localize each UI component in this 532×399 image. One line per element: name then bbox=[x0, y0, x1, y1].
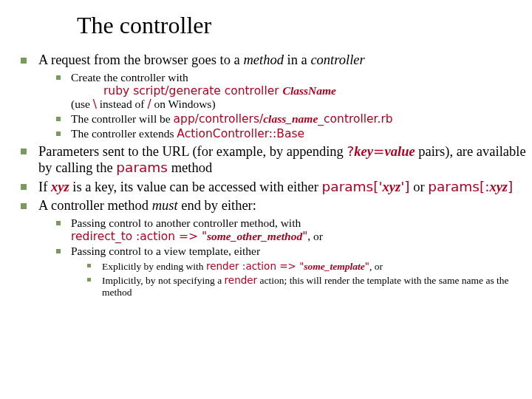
text: Passing control to another controller me… bbox=[71, 216, 301, 229]
text: Parameters sent to the URL (for example,… bbox=[38, 144, 347, 159]
code-red: ruby script/generate controller bbox=[103, 84, 283, 98]
text: A controller method bbox=[38, 198, 152, 213]
sub-item: Create the controller with ruby script/g… bbox=[55, 71, 532, 111]
code-red: params[: bbox=[428, 179, 489, 194]
text: Explicitly by ending with bbox=[102, 261, 206, 272]
code-red: render bbox=[225, 274, 258, 286]
code-red: app/controllers/ bbox=[174, 112, 264, 126]
sub-item: The controller will be app/controllers/c… bbox=[55, 112, 532, 126]
text: end by either: bbox=[178, 198, 256, 213]
text: Create the controller with bbox=[71, 71, 188, 83]
code-red: ActionController::Base bbox=[177, 127, 304, 140]
text: , or bbox=[369, 261, 383, 272]
code-red-italic: xyz bbox=[51, 180, 69, 194]
bullet-item: If xyz is a key, its value can be access… bbox=[16, 179, 532, 195]
code-red: render :action => " bbox=[206, 260, 304, 272]
sub-item: The controller extends ActionController:… bbox=[55, 127, 532, 140]
sub-list: Passing control to another controller me… bbox=[55, 216, 532, 299]
bullet-item: A request from the browser goes to a met… bbox=[16, 52, 532, 140]
bullet-list: A request from the browser goes to a met… bbox=[16, 52, 532, 299]
code-red: params bbox=[116, 160, 168, 175]
code-red-italic: class_name bbox=[263, 112, 318, 125]
sub-sub-list: Explicitly by ending with render :action… bbox=[87, 260, 532, 299]
code-red-italic: key bbox=[354, 144, 373, 159]
code-red-italic: some_other_method bbox=[207, 230, 302, 242]
text-italic: controller bbox=[310, 52, 364, 67]
code-red: = bbox=[373, 143, 385, 159]
text: , or bbox=[307, 230, 323, 242]
code-red-italic: xyz bbox=[383, 180, 401, 194]
sub-sub-item: Implicitly, by not specifying a render a… bbox=[87, 274, 532, 299]
sub-item: Passing control to another controller me… bbox=[55, 216, 532, 243]
text: is a key, its value can be accessed with… bbox=[69, 180, 322, 194]
text: (use bbox=[71, 98, 93, 110]
code-red-italic: some_template bbox=[304, 261, 364, 272]
code-red: redirect_to :action => " bbox=[71, 230, 207, 243]
text-italic: method bbox=[243, 52, 283, 67]
slide-title: The controller bbox=[77, 12, 532, 39]
text: If bbox=[38, 180, 51, 194]
text: method bbox=[168, 160, 212, 175]
text: Implicitly, by not specifying a bbox=[102, 275, 225, 286]
text: on Windows) bbox=[151, 98, 216, 110]
bullet-item: Parameters sent to the URL (for example,… bbox=[16, 143, 532, 176]
text: Passing control to a view template, eith… bbox=[71, 245, 260, 257]
text: The controller extends bbox=[71, 127, 177, 140]
code-red-italic: value bbox=[385, 144, 415, 159]
text: or bbox=[410, 180, 429, 194]
code-red: '] bbox=[400, 179, 409, 194]
text-italic: must bbox=[152, 198, 178, 213]
sub-item: Passing control to a view template, eith… bbox=[55, 245, 532, 299]
code-red: params[' bbox=[322, 179, 383, 194]
code-red: _controller.rb bbox=[318, 112, 392, 126]
sub-list: Create the controller with ruby script/g… bbox=[55, 71, 532, 140]
code-red-italic: ClassName bbox=[283, 84, 336, 97]
text: The controller will be bbox=[71, 112, 174, 125]
code-red-italic: xyz bbox=[489, 180, 508, 194]
code-red: ] bbox=[508, 179, 513, 194]
code-red: ? bbox=[347, 143, 355, 159]
text: instead of bbox=[97, 98, 147, 110]
text: in a bbox=[284, 52, 310, 67]
text: A request from the browser goes to a bbox=[38, 52, 243, 67]
sub-sub-item: Explicitly by ending with render :action… bbox=[87, 260, 532, 273]
bullet-item: A controller method must end by either: … bbox=[16, 198, 532, 299]
